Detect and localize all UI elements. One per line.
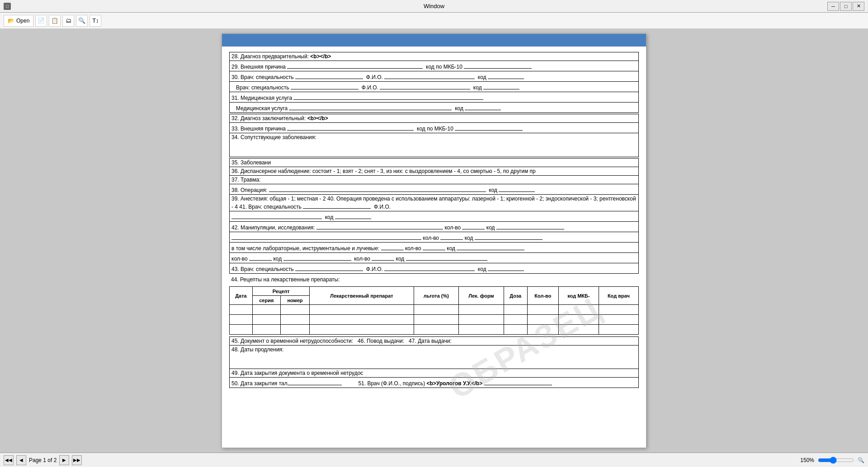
col-doctor-code: Код врач (599, 287, 638, 305)
folder-button[interactable]: 🗂 (62, 15, 74, 27)
table-row (230, 325, 639, 335)
nav-prev-button[interactable]: ◀ (16, 455, 26, 465)
title-bar-controls: ─ □ ✕ (827, 2, 864, 11)
save-icon: 📋 (51, 17, 58, 24)
status-bar: ◀◀ ◀ Page 1 of 2 ▶ ▶▶ 150% 🔍 (0, 453, 868, 467)
field-42b: кол-во код (230, 232, 638, 243)
zoom-level: 150% (800, 457, 814, 463)
nav-first-button[interactable]: ◀◀ (4, 455, 14, 465)
nav-prev-icon: ◀ (19, 458, 23, 462)
col-recipe-number: номер (280, 296, 310, 305)
search-button[interactable]: 🔍 (76, 15, 88, 27)
close-button[interactable]: ✕ (853, 2, 864, 11)
col-lgota: льгота (%) (414, 287, 459, 305)
zoom-icon: 🔍 (858, 457, 864, 463)
field-42c: в том числе лабораторные, инструментальн… (230, 243, 638, 253)
table-row (230, 305, 639, 315)
nav-last-button[interactable]: ▶▶ (72, 455, 82, 465)
field-49: 49. Дата закрытия документа о временной … (230, 369, 638, 378)
page-info: Page 1 of 2 (29, 457, 57, 463)
field-33: 33. Внешняя причина код по МКБ-10 (230, 123, 638, 133)
field-48: 48. Даты продления: (230, 346, 638, 369)
col-kolvo: Кол-во (527, 287, 558, 305)
col-doza: Доза (504, 287, 527, 305)
section-28-31: 28. Диагноз предварительный: <b></b> 29.… (229, 52, 639, 113)
zoom-slider[interactable] (818, 457, 854, 464)
field-35: 35. Заболевани (230, 159, 638, 167)
status-left: ◀◀ ◀ Page 1 of 2 ▶ ▶▶ (4, 455, 82, 465)
save-button[interactable]: 📋 (49, 15, 61, 27)
search-icon: 🔍 (78, 17, 85, 24)
table-row (230, 315, 639, 325)
nav-first-icon: ◀◀ (5, 458, 12, 462)
maximize-button[interactable]: □ (840, 2, 852, 11)
field-44-label: 44. Рецепты на лекарственные препараты: (229, 275, 639, 285)
field-39b: код (230, 211, 638, 222)
title-bar-left: □ (4, 3, 11, 10)
minimize-button[interactable]: ─ (827, 2, 839, 11)
open-icon: 📂 (8, 18, 14, 24)
section-45-51: 45. Документ о временной нетрудоспособно… (229, 336, 639, 388)
col-recipe-series: серия (253, 296, 281, 305)
field-42d: кол-во код кол-во код (230, 253, 638, 263)
field-42: 42. Манипуляции, исследования: кол-во ко… (230, 222, 638, 232)
col-mkb-code: код МКБ- (559, 287, 599, 305)
new-file-button[interactable]: 📄 (35, 15, 47, 27)
field-50-51: 50. Дата закрытия тал 51. Врач (Ф.И.О., … (230, 378, 638, 388)
field-30: 30. Врач: специальность Ф.И.О. код (230, 71, 638, 82)
nav-last-icon: ▶▶ (73, 458, 80, 462)
field-36: 36. Диспансерное наблюдение: состоит - 1… (230, 167, 638, 176)
field-34: 34. Сопутствующие заболевания: (230, 133, 638, 157)
col-lek-form: Лек. форм (459, 287, 504, 305)
field-38: 38. Операция: код (230, 184, 638, 195)
prescription-table: Дата Рецепт Лекарственный препарат льгот… (229, 286, 639, 335)
nav-next-icon: ▶ (62, 458, 66, 462)
field-30b: Врач: специальность Ф.И.О. код (230, 82, 638, 92)
field-32: 32. Диагноз заключительный: <b></b> (230, 114, 638, 123)
field-31b: Медицинская услуга код (230, 103, 638, 112)
table-header-row-1: Дата Рецепт Лекарственный препарат льгот… (230, 287, 639, 296)
document-body: 28. Диагноз предварительный: <b></b> 29.… (229, 52, 639, 388)
title-bar: □ Window ─ □ ✕ (0, 0, 868, 13)
document-header-bar (222, 34, 646, 47)
folder-icon: 🗂 (66, 17, 71, 24)
field-29: 29. Внешняя причина код по МКБ-10 (230, 61, 638, 71)
field-39: 39. Анестезия: общая - 1; местная - 2 40… (230, 195, 638, 211)
status-right: 150% 🔍 (800, 457, 864, 464)
main-content: 28. Диагноз предварительный: <b></b> 29.… (0, 29, 868, 453)
field-28: 28. Диагноз предварительный: <b></b> (230, 52, 638, 61)
nav-next-button[interactable]: ▶ (59, 455, 69, 465)
new-file-icon: 📄 (38, 17, 45, 24)
field-31: 31. Медицинская услуга (230, 92, 638, 103)
col-date: Дата (230, 287, 253, 305)
field-43: 43. Врач: специальность Ф.И.О. код (230, 263, 638, 273)
toolbar: 📂 Open 📄 📋 🗂 🔍 T↕ (0, 13, 868, 29)
col-recipe: Рецепт (253, 287, 310, 296)
section-32-34: 32. Диагноз заключительный: <b></b> 33. … (229, 114, 639, 157)
field-37: 37. Травма: (230, 176, 638, 184)
field-45-47: 45. Документ о временной нетрудоспособно… (230, 337, 638, 346)
open-button[interactable]: 📂 Open (4, 15, 33, 27)
document-page: 28. Диагноз предварительный: <b></b> 29.… (222, 33, 646, 448)
app-icon: □ (4, 3, 11, 10)
col-drug: Лекарственный препарат (310, 287, 414, 305)
text-tool-button[interactable]: T↕ (90, 15, 101, 27)
window-title: Window (424, 3, 444, 9)
section-35-43: 35. Заболевани 36. Диспансерное наблюден… (229, 158, 639, 274)
text-tool-icon: T↕ (92, 17, 99, 24)
